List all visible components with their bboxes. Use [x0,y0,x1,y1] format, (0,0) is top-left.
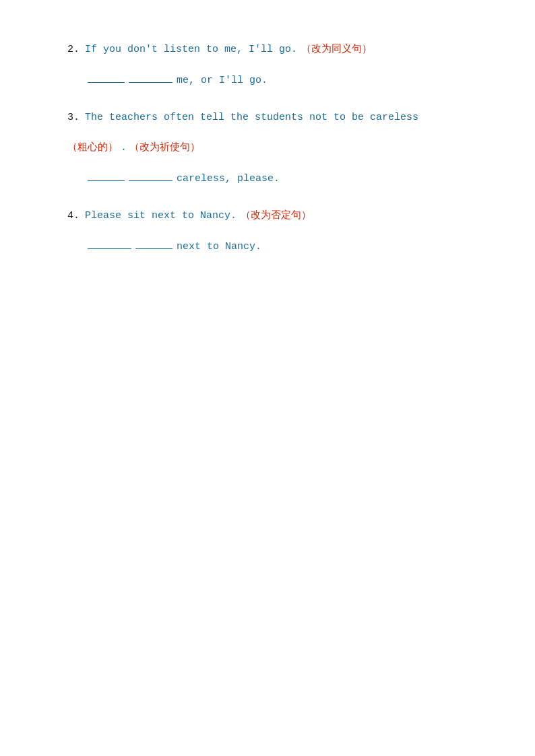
question-3-annotation-inline: （粗心的） [67,139,118,157]
question-3-period: . [121,139,127,157]
answer-4-continuation: next to Nancy. [177,238,261,256]
question-3-text: The teachers often tell the students not… [85,108,418,127]
question-3-annotation2: （改为祈使句） [129,139,200,157]
question-2-text: If you don't listen to me, I'll go. [85,40,297,59]
question-3-number: 3. [67,108,81,127]
question-3-line: 3. The teachers often tell the students … [67,108,481,127]
question-2-answer: me, or I'll go. [88,71,481,90]
question-4-number: 4. [67,207,81,225]
question-3-second-line: （粗心的） . （改为祈使句） [67,139,481,157]
answer-3-blank-2[interactable] [129,169,172,181]
question-4-annotation: （改为否定句） [241,207,311,225]
answer-2-blank-1[interactable] [88,71,125,83]
question-3-answer: careless, please. [88,169,481,188]
question-2-number: 2. [67,40,81,59]
exercise-3: 3. The teachers often tell the students … [67,108,481,188]
question-4-line: 4. Please sit next to Nancy. （改为否定句） [67,207,481,225]
exercise-4: 4. Please sit next to Nancy. （改为否定句） nex… [67,207,481,256]
question-2-annotation: （改为同义句） [301,40,372,59]
answer-3-blank-1[interactable] [88,169,125,181]
answer-3-continuation: careless, please. [177,170,280,188]
answer-4-blank-2[interactable] [135,237,172,249]
question-4-answer: next to Nancy. [88,237,481,256]
question-4-text: Please sit next to Nancy. [85,207,237,225]
answer-4-blank-1[interactable] [88,237,131,249]
answer-2-continuation: me, or I'll go. [177,71,268,90]
answer-2-blank-2[interactable] [129,71,172,83]
exercise-2: 2. If you don't listen to me, I'll go. （… [67,40,481,90]
question-2-line: 2. If you don't listen to me, I'll go. （… [67,40,481,59]
